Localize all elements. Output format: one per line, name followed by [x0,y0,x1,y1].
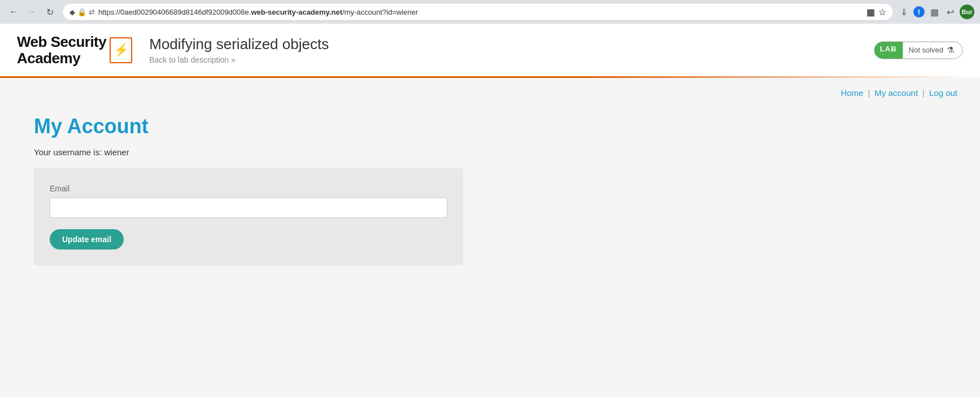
update-email-button[interactable]: Update email [50,229,124,250]
reload-button[interactable]: ↻ [42,4,58,20]
url-path: /my-account?id=wiener [342,8,418,16]
security-icons: ◆ 🔒 ⇄ [69,8,95,16]
lab-status: Not solved ⚗ [903,42,962,59]
nav-sep-2: | [922,88,925,98]
nav-logout-link[interactable]: Log out [929,88,957,98]
lock-icon: 🔒 [77,8,86,16]
flask-icon: ⚗ [947,45,954,55]
logo-area: Web Security Academy ⚡ [17,34,132,66]
lab-badge-area: LAB Not solved ⚗ [874,41,963,59]
email-label: Email [50,184,447,193]
nav-sep-1: | [868,88,870,98]
shield-icon: ◆ [69,8,75,16]
url-prefix: https://0aed00290406689d8146df92009d008e… [98,8,251,16]
nav-buttons: ← → ↻ [6,4,58,20]
logo-text: Web Security Academy [17,34,106,66]
browser-chrome: ← → ↻ ◆ 🔒 ⇄ https://0aed00290406689d8146… [0,0,980,24]
url-text: https://0aed00290406689d8146df92009d008e… [98,8,863,16]
avatar[interactable]: Bur [960,5,974,19]
url-domain: web-security-academy.net [251,8,342,16]
page-heading: My Account [34,115,946,138]
email-input[interactable] [50,198,447,218]
address-bar[interactable]: ◆ 🔒 ⇄ https://0aed00290406689d8146df9200… [62,3,894,21]
page-content: Home | My account | Log out My Account Y… [0,78,980,397]
username-display: Your username is: wiener [34,147,946,157]
nav-home-link[interactable]: Home [840,88,863,98]
browser-actions: ⇓ ! ▦ ↩ Bur [898,5,974,19]
lab-title: Modifying serialized objects [149,36,874,53]
undo-icon[interactable]: ↩ [944,6,956,19]
star-icon[interactable]: ☆ [878,7,886,17]
status-text: Not solved [909,46,943,54]
logo-icon: ⚡ [110,37,132,63]
back-button[interactable]: ← [6,4,21,20]
lab-header: Web Security Academy ⚡ Modifying seriali… [0,24,980,76]
extension-icon[interactable]: ▦ [928,6,941,19]
back-to-lab-link[interactable]: Back to lab description » [149,55,874,64]
lab-title-area: Modifying serialized objects Back to lab… [149,36,874,64]
nav-my-account-link[interactable]: My account [874,88,918,98]
forward-button[interactable]: → [24,4,40,20]
info-icon[interactable]: ! [913,6,925,17]
qr-icon: ▦ [866,7,875,17]
chevron-right-icon: » [231,55,236,64]
site-nav: Home | My account | Log out [0,78,980,103]
email-form-card: Email Update email [34,168,463,265]
back-link-text: Back to lab description [149,55,229,64]
download-icon[interactable]: ⇓ [898,6,910,19]
main-content: My Account Your username is: wiener Emai… [0,103,980,299]
lab-badge: LAB [874,42,903,59]
connection-icon: ⇄ [89,8,95,16]
